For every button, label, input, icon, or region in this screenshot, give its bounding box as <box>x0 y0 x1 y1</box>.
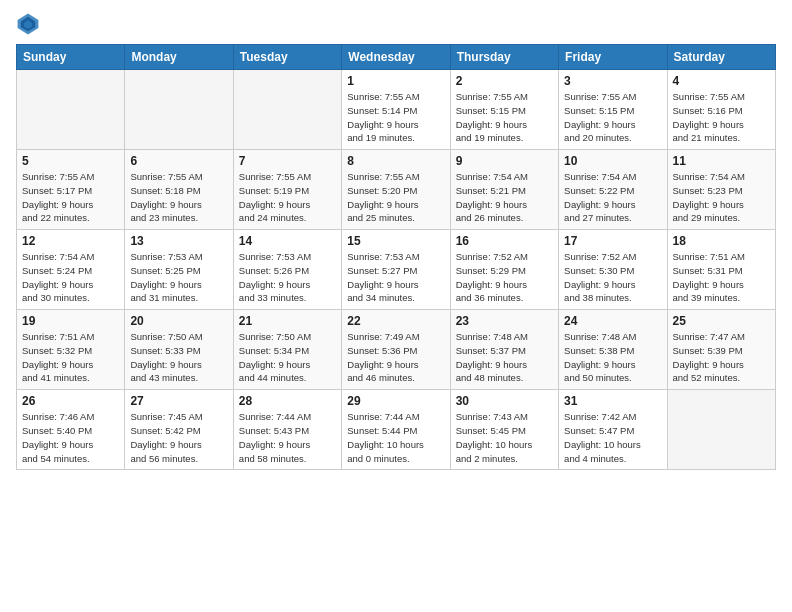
calendar-cell <box>125 70 233 150</box>
day-number: 19 <box>22 314 119 328</box>
calendar-cell: 1Sunrise: 7:55 AM Sunset: 5:14 PM Daylig… <box>342 70 450 150</box>
calendar-cell: 4Sunrise: 7:55 AM Sunset: 5:16 PM Daylig… <box>667 70 775 150</box>
day-info: Sunrise: 7:43 AM Sunset: 5:45 PM Dayligh… <box>456 410 553 465</box>
calendar-cell: 8Sunrise: 7:55 AM Sunset: 5:20 PM Daylig… <box>342 150 450 230</box>
calendar-cell: 12Sunrise: 7:54 AM Sunset: 5:24 PM Dayli… <box>17 230 125 310</box>
day-number: 21 <box>239 314 336 328</box>
day-number: 5 <box>22 154 119 168</box>
day-info: Sunrise: 7:55 AM Sunset: 5:14 PM Dayligh… <box>347 90 444 145</box>
day-info: Sunrise: 7:50 AM Sunset: 5:34 PM Dayligh… <box>239 330 336 385</box>
day-info: Sunrise: 7:51 AM Sunset: 5:31 PM Dayligh… <box>673 250 770 305</box>
day-number: 9 <box>456 154 553 168</box>
day-number: 28 <box>239 394 336 408</box>
weekday-header-sunday: Sunday <box>17 45 125 70</box>
calendar-cell: 21Sunrise: 7:50 AM Sunset: 5:34 PM Dayli… <box>233 310 341 390</box>
calendar-cell: 19Sunrise: 7:51 AM Sunset: 5:32 PM Dayli… <box>17 310 125 390</box>
calendar-cell <box>233 70 341 150</box>
week-row-2: 5Sunrise: 7:55 AM Sunset: 5:17 PM Daylig… <box>17 150 776 230</box>
calendar-cell: 29Sunrise: 7:44 AM Sunset: 5:44 PM Dayli… <box>342 390 450 470</box>
day-number: 26 <box>22 394 119 408</box>
day-info: Sunrise: 7:44 AM Sunset: 5:44 PM Dayligh… <box>347 410 444 465</box>
day-number: 10 <box>564 154 661 168</box>
day-info: Sunrise: 7:54 AM Sunset: 5:24 PM Dayligh… <box>22 250 119 305</box>
day-number: 29 <box>347 394 444 408</box>
day-info: Sunrise: 7:46 AM Sunset: 5:40 PM Dayligh… <box>22 410 119 465</box>
week-row-5: 26Sunrise: 7:46 AM Sunset: 5:40 PM Dayli… <box>17 390 776 470</box>
calendar-cell: 24Sunrise: 7:48 AM Sunset: 5:38 PM Dayli… <box>559 310 667 390</box>
day-info: Sunrise: 7:42 AM Sunset: 5:47 PM Dayligh… <box>564 410 661 465</box>
weekday-header-monday: Monday <box>125 45 233 70</box>
calendar-cell: 25Sunrise: 7:47 AM Sunset: 5:39 PM Dayli… <box>667 310 775 390</box>
day-number: 16 <box>456 234 553 248</box>
day-number: 25 <box>673 314 770 328</box>
calendar-cell: 20Sunrise: 7:50 AM Sunset: 5:33 PM Dayli… <box>125 310 233 390</box>
day-info: Sunrise: 7:51 AM Sunset: 5:32 PM Dayligh… <box>22 330 119 385</box>
calendar-cell: 18Sunrise: 7:51 AM Sunset: 5:31 PM Dayli… <box>667 230 775 310</box>
day-number: 30 <box>456 394 553 408</box>
day-info: Sunrise: 7:55 AM Sunset: 5:19 PM Dayligh… <box>239 170 336 225</box>
calendar-cell: 16Sunrise: 7:52 AM Sunset: 5:29 PM Dayli… <box>450 230 558 310</box>
day-number: 23 <box>456 314 553 328</box>
calendar-cell: 15Sunrise: 7:53 AM Sunset: 5:27 PM Dayli… <box>342 230 450 310</box>
calendar-cell: 13Sunrise: 7:53 AM Sunset: 5:25 PM Dayli… <box>125 230 233 310</box>
day-number: 14 <box>239 234 336 248</box>
day-info: Sunrise: 7:53 AM Sunset: 5:25 PM Dayligh… <box>130 250 227 305</box>
day-info: Sunrise: 7:55 AM Sunset: 5:17 PM Dayligh… <box>22 170 119 225</box>
day-info: Sunrise: 7:55 AM Sunset: 5:20 PM Dayligh… <box>347 170 444 225</box>
day-info: Sunrise: 7:55 AM Sunset: 5:15 PM Dayligh… <box>456 90 553 145</box>
week-row-3: 12Sunrise: 7:54 AM Sunset: 5:24 PM Dayli… <box>17 230 776 310</box>
calendar-cell: 31Sunrise: 7:42 AM Sunset: 5:47 PM Dayli… <box>559 390 667 470</box>
day-info: Sunrise: 7:48 AM Sunset: 5:37 PM Dayligh… <box>456 330 553 385</box>
calendar-cell: 6Sunrise: 7:55 AM Sunset: 5:18 PM Daylig… <box>125 150 233 230</box>
day-info: Sunrise: 7:45 AM Sunset: 5:42 PM Dayligh… <box>130 410 227 465</box>
header <box>16 12 776 36</box>
day-info: Sunrise: 7:54 AM Sunset: 5:21 PM Dayligh… <box>456 170 553 225</box>
calendar-cell: 2Sunrise: 7:55 AM Sunset: 5:15 PM Daylig… <box>450 70 558 150</box>
day-info: Sunrise: 7:49 AM Sunset: 5:36 PM Dayligh… <box>347 330 444 385</box>
calendar-cell: 28Sunrise: 7:44 AM Sunset: 5:43 PM Dayli… <box>233 390 341 470</box>
weekday-header-saturday: Saturday <box>667 45 775 70</box>
day-number: 22 <box>347 314 444 328</box>
calendar-cell: 23Sunrise: 7:48 AM Sunset: 5:37 PM Dayli… <box>450 310 558 390</box>
day-info: Sunrise: 7:50 AM Sunset: 5:33 PM Dayligh… <box>130 330 227 385</box>
day-info: Sunrise: 7:53 AM Sunset: 5:27 PM Dayligh… <box>347 250 444 305</box>
weekday-header-tuesday: Tuesday <box>233 45 341 70</box>
day-info: Sunrise: 7:44 AM Sunset: 5:43 PM Dayligh… <box>239 410 336 465</box>
week-row-4: 19Sunrise: 7:51 AM Sunset: 5:32 PM Dayli… <box>17 310 776 390</box>
day-info: Sunrise: 7:55 AM Sunset: 5:15 PM Dayligh… <box>564 90 661 145</box>
calendar-cell: 14Sunrise: 7:53 AM Sunset: 5:26 PM Dayli… <box>233 230 341 310</box>
day-info: Sunrise: 7:54 AM Sunset: 5:22 PM Dayligh… <box>564 170 661 225</box>
weekday-header-row: SundayMondayTuesdayWednesdayThursdayFrid… <box>17 45 776 70</box>
day-number: 27 <box>130 394 227 408</box>
week-row-1: 1Sunrise: 7:55 AM Sunset: 5:14 PM Daylig… <box>17 70 776 150</box>
day-number: 11 <box>673 154 770 168</box>
calendar-cell: 7Sunrise: 7:55 AM Sunset: 5:19 PM Daylig… <box>233 150 341 230</box>
day-info: Sunrise: 7:52 AM Sunset: 5:30 PM Dayligh… <box>564 250 661 305</box>
day-number: 31 <box>564 394 661 408</box>
day-number: 4 <box>673 74 770 88</box>
page: SundayMondayTuesdayWednesdayThursdayFrid… <box>0 0 792 612</box>
calendar-cell: 22Sunrise: 7:49 AM Sunset: 5:36 PM Dayli… <box>342 310 450 390</box>
day-info: Sunrise: 7:55 AM Sunset: 5:16 PM Dayligh… <box>673 90 770 145</box>
calendar-cell: 9Sunrise: 7:54 AM Sunset: 5:21 PM Daylig… <box>450 150 558 230</box>
calendar-cell: 11Sunrise: 7:54 AM Sunset: 5:23 PM Dayli… <box>667 150 775 230</box>
day-number: 12 <box>22 234 119 248</box>
calendar-cell: 3Sunrise: 7:55 AM Sunset: 5:15 PM Daylig… <box>559 70 667 150</box>
calendar-cell <box>17 70 125 150</box>
day-number: 3 <box>564 74 661 88</box>
day-number: 6 <box>130 154 227 168</box>
day-number: 2 <box>456 74 553 88</box>
calendar-cell <box>667 390 775 470</box>
day-number: 20 <box>130 314 227 328</box>
calendar: SundayMondayTuesdayWednesdayThursdayFrid… <box>16 44 776 470</box>
calendar-cell: 17Sunrise: 7:52 AM Sunset: 5:30 PM Dayli… <box>559 230 667 310</box>
day-number: 1 <box>347 74 444 88</box>
day-number: 15 <box>347 234 444 248</box>
calendar-cell: 10Sunrise: 7:54 AM Sunset: 5:22 PM Dayli… <box>559 150 667 230</box>
day-number: 7 <box>239 154 336 168</box>
day-info: Sunrise: 7:53 AM Sunset: 5:26 PM Dayligh… <box>239 250 336 305</box>
logo-icon <box>16 12 40 36</box>
day-info: Sunrise: 7:48 AM Sunset: 5:38 PM Dayligh… <box>564 330 661 385</box>
day-info: Sunrise: 7:54 AM Sunset: 5:23 PM Dayligh… <box>673 170 770 225</box>
logo <box>16 12 44 36</box>
